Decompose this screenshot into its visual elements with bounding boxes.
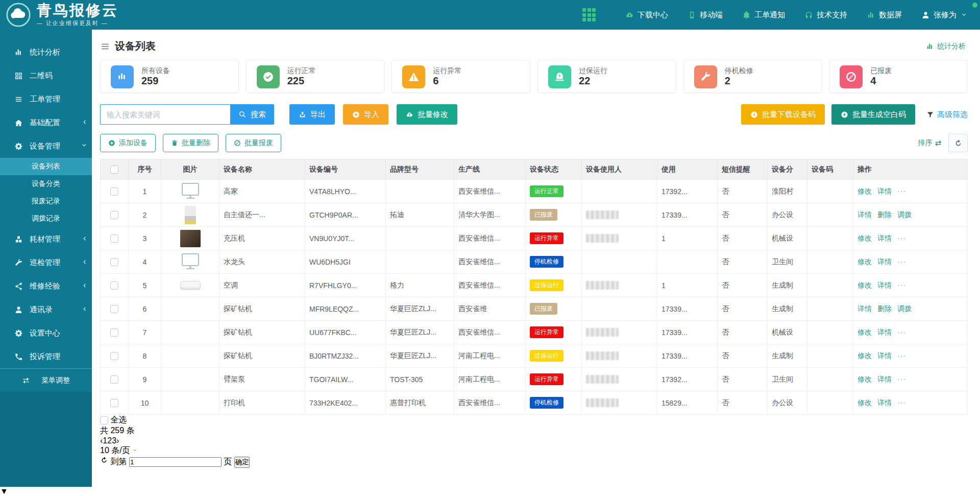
op-link[interactable]: 修改 <box>857 328 872 336</box>
cell-device-code-link[interactable]: UU677FKBC... <box>305 321 386 344</box>
toolbar-button-2[interactable]: 批量修改 <box>397 104 457 125</box>
user-menu[interactable]: 张修为 <box>921 10 967 20</box>
nav-item-cloud-download[interactable]: 下载中心 <box>625 10 668 20</box>
more-actions-link[interactable]: ··· <box>897 375 906 383</box>
row-checkbox[interactable] <box>110 187 118 196</box>
row-checkbox[interactable] <box>110 258 118 266</box>
header-checkbox[interactable] <box>110 166 118 174</box>
menu-adjust-button[interactable]: 菜单调整 <box>0 368 92 392</box>
op-link[interactable]: 修改 <box>857 281 872 289</box>
op-link[interactable]: 详情 <box>877 281 892 289</box>
stats-analysis-link[interactable]: 统计分析 <box>926 42 966 51</box>
action-button-1[interactable]: 批量删除 <box>163 134 218 152</box>
sidebar-item-5[interactable]: 耗材管理 <box>0 227 92 251</box>
row-checkbox[interactable] <box>110 352 118 360</box>
more-actions-link[interactable]: ··· <box>897 398 906 407</box>
toolbar-right-button-0[interactable]: 批量下载设备码 <box>741 104 825 125</box>
cell-index: 6 <box>129 297 161 321</box>
toolbar-right-button-1[interactable]: 批量生成空白码 <box>831 104 915 125</box>
search-button[interactable]: 搜索 <box>230 104 274 125</box>
cell-device-code-link[interactable]: VN9U0YJ0T... <box>305 227 386 250</box>
op-link[interactable]: 修改 <box>857 187 872 195</box>
select-all-checkbox[interactable] <box>100 416 108 424</box>
sidebar-item-3[interactable]: 基础配置 <box>0 111 92 134</box>
cell-status: 过保运行 <box>526 344 582 368</box>
row-checkbox[interactable] <box>110 328 118 337</box>
sort-link[interactable]: 排序 ⇄ <box>918 138 941 148</box>
action-button-0[interactable]: 添加设备 <box>100 134 156 152</box>
sidebar-item-0[interactable]: 统计分析 <box>0 40 92 64</box>
nav-item-mobile[interactable]: 移动端 <box>688 10 723 20</box>
page-button-2[interactable]: 2 <box>107 436 112 445</box>
page-button-3[interactable]: 3 <box>112 436 116 445</box>
next-page-button[interactable]: › <box>116 436 119 445</box>
sidebar-item-7[interactable]: 维修经验 <box>0 274 92 298</box>
page-button-1[interactable]: 1 <box>103 436 107 445</box>
sidebar-item-9[interactable]: 设置中心 <box>0 321 92 345</box>
sidebar-subitem-4-2[interactable]: 报废记录 <box>0 193 92 210</box>
more-actions-link[interactable]: ··· <box>897 351 906 360</box>
op-link[interactable]: 删除 <box>877 210 892 219</box>
sidebar-subitem-4-3[interactable]: 调拨记录 <box>0 210 92 227</box>
sidebar-subitem-4-0[interactable]: 设备列表 <box>0 158 92 175</box>
op-link[interactable]: 删除 <box>877 304 892 313</box>
sidebar-subitem-4-1[interactable]: 设备分类 <box>0 175 92 193</box>
nav-item-bar-chart[interactable]: 数据屏 <box>867 10 902 20</box>
row-checkbox[interactable] <box>110 305 118 313</box>
advanced-filter-link[interactable]: 高级筛选 <box>926 110 968 120</box>
cell-device-code-link[interactable]: GTCH9P0AR... <box>305 203 386 227</box>
op-link[interactable]: 详情 <box>877 375 892 383</box>
cell-device-code-link[interactable]: TGOI7AILW... <box>305 368 386 391</box>
op-link[interactable]: 详情 <box>877 398 892 407</box>
goto-page-input[interactable] <box>129 457 222 467</box>
nav-item-bell[interactable]: 工单通知 <box>742 10 785 20</box>
page-size-select[interactable]: 10 条/页 <box>100 445 968 456</box>
nav-item-headset[interactable]: 技术支持 <box>804 10 847 20</box>
sidebar-item-2[interactable]: 工单管理 <box>0 87 92 111</box>
sidebar-item-1[interactable]: 二维码 <box>0 64 92 87</box>
op-link[interactable]: 调拨 <box>897 210 912 219</box>
op-link[interactable]: 修改 <box>857 351 872 360</box>
sidebar-item-10[interactable]: 投诉管理 <box>0 345 92 368</box>
op-link[interactable]: 修改 <box>857 257 872 266</box>
op-link[interactable]: 调拨 <box>897 304 912 313</box>
row-checkbox[interactable] <box>110 211 118 219</box>
op-link[interactable]: 详情 <box>857 210 872 219</box>
toolbar-button-1[interactable]: 导入 <box>343 104 388 125</box>
sidebar-item-4[interactable]: 设备管理 <box>0 134 92 158</box>
op-link[interactable]: 详情 <box>857 304 872 313</box>
op-link[interactable]: 详情 <box>877 187 892 195</box>
scroll-down-arrow-icon[interactable]: ▼ <box>0 487 980 496</box>
op-link[interactable]: 详情 <box>877 257 892 266</box>
cell-device-code-link[interactable]: MFR9LEQQZ... <box>305 297 386 321</box>
cell-device-code-link[interactable]: WU6DH5JGI <box>305 250 386 274</box>
toolbar-button-0[interactable]: 导出 <box>289 104 335 125</box>
row-checkbox[interactable] <box>110 399 118 407</box>
action-button-2[interactable]: 批量报废 <box>226 134 281 152</box>
cell-device-code-link[interactable]: 733H2KE402... <box>305 391 386 415</box>
more-actions-link[interactable]: ··· <box>897 281 906 289</box>
op-link[interactable]: 修改 <box>857 375 872 383</box>
confirm-button[interactable]: 确定 <box>234 457 250 468</box>
op-link[interactable]: 修改 <box>857 234 872 242</box>
refresh-table-button[interactable] <box>948 134 968 152</box>
cell-device-code-link[interactable]: BJ0RTMZJ32... <box>305 344 386 368</box>
more-actions-link[interactable]: ··· <box>897 187 906 195</box>
cell-device-code-link[interactable]: V4TA8LHYO... <box>305 180 386 203</box>
op-link[interactable]: 详情 <box>877 351 892 360</box>
more-actions-link[interactable]: ··· <box>897 328 906 336</box>
op-link[interactable]: 详情 <box>877 328 892 336</box>
row-checkbox[interactable] <box>110 234 118 243</box>
more-actions-link[interactable]: ··· <box>897 257 906 266</box>
op-link[interactable]: 修改 <box>857 398 872 407</box>
more-actions-link[interactable]: ··· <box>897 234 906 242</box>
apps-grid-icon[interactable] <box>582 8 596 21</box>
sidebar-item-6[interactable]: 巡检管理 <box>0 251 92 274</box>
row-checkbox[interactable] <box>110 281 118 290</box>
cell-device-code-link[interactable]: R7VFHLGY0... <box>305 274 386 297</box>
search-input[interactable] <box>100 104 230 125</box>
sidebar-item-8[interactable]: 通讯录 <box>0 298 92 321</box>
op-link[interactable]: 详情 <box>877 234 892 242</box>
refresh-list-button[interactable] <box>100 457 108 466</box>
row-checkbox[interactable] <box>110 375 118 384</box>
